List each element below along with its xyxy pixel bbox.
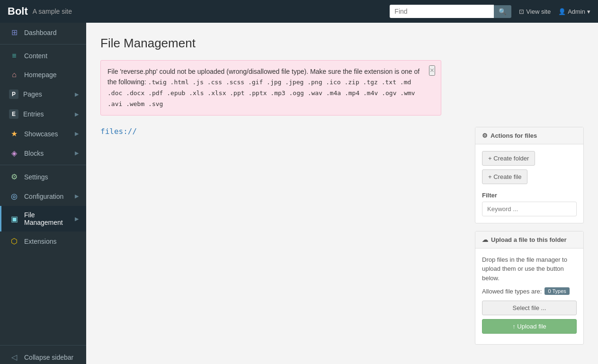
files-path: files:// <box>100 127 464 136</box>
gear-icon: ⚙ <box>482 132 488 139</box>
alert-message: × File 'reverse.php' could not be upload… <box>100 60 441 115</box>
sidebar-item-settings[interactable]: ⚙ Settings <box>0 167 86 186</box>
sidebar-item-pages[interactable]: P Pages ▶ <box>0 84 86 104</box>
search-input[interactable] <box>390 5 494 18</box>
sidebar: ⊞ Dashboard ≡ Content ⌂ Homepage P Pages… <box>0 23 86 364</box>
extensions-icon: ⬡ <box>9 237 19 246</box>
search-container: 🔍 <box>390 5 511 18</box>
sidebar-item-dashboard[interactable]: ⊞ Dashboard <box>0 23 86 42</box>
navbar-actions: ⊡ View site 👤 Admin ▾ <box>519 8 590 15</box>
select-file-button[interactable]: Select file ... <box>482 301 577 315</box>
sidebar-item-label: Dashboard <box>24 29 79 36</box>
upload-panel: ☁ Upload a file to this folder Drop file… <box>475 231 584 345</box>
showcases-icon: ★ <box>9 129 19 138</box>
sidebar-item-label: Collapse sidebar <box>24 354 79 361</box>
chevron-icon: ▶ <box>75 216 79 222</box>
sidebar-item-label: Blocks <box>24 150 75 157</box>
upload-panel-header: ☁ Upload a file to this folder <box>475 231 583 249</box>
sidebar-divider-2 <box>0 165 86 165</box>
homepage-icon: ⌂ <box>9 71 19 79</box>
upload-icon: ☁ <box>482 236 488 243</box>
chevron-icon: ▶ <box>75 111 79 117</box>
sidebar-collapse[interactable]: ◁ Collapse sidebar <box>0 347 86 364</box>
configuration-icon: ◎ <box>9 192 19 201</box>
viewsite-icon: ⊡ <box>519 8 524 15</box>
collapse-icon: ◁ <box>9 353 19 362</box>
navbar: Bolt A sample site 🔍 ⊡ View site 👤 Admin… <box>0 0 598 23</box>
pages-icon: P <box>9 89 18 99</box>
file-browser: files:// <box>100 127 464 353</box>
actions-panel: ⚙ Actions for files + Create folder + Cr… <box>475 127 584 223</box>
sidebar-item-label: Settings <box>24 173 79 181</box>
page-title: File Management <box>100 36 584 51</box>
sidebar-item-blocks[interactable]: ◈ Blocks ▶ <box>0 143 86 163</box>
chevron-icon: ▶ <box>75 150 79 156</box>
create-file-button[interactable]: + Create file <box>482 169 527 184</box>
sidebar-item-label: Pages <box>23 90 75 98</box>
sidebar-divider-3 <box>0 345 86 346</box>
admin-chevron-icon: ▾ <box>587 8 590 15</box>
filter-label: Filter <box>482 192 577 199</box>
alert-text: File 'reverse.php' could not be uploaded… <box>107 68 419 107</box>
alert-close-button[interactable]: × <box>429 65 435 76</box>
dashboard-icon: ⊞ <box>9 28 19 37</box>
sidebar-item-file-management[interactable]: ▣ File Management ▶ <box>0 206 86 231</box>
types-badge: 0 Types <box>544 287 569 295</box>
view-site-link[interactable]: ⊡ View site <box>519 8 551 15</box>
site-name: A sample site <box>33 8 72 15</box>
allowed-types: Allowed file types are: 0 Types <box>482 287 577 295</box>
sidebar-item-label: Homepage <box>24 71 79 79</box>
entries-icon: E <box>9 109 18 119</box>
sidebar-item-content[interactable]: ≡ Content <box>0 46 86 65</box>
content-row: files:// ⚙ Actions for files + Create fo… <box>100 127 584 353</box>
layout: ⊞ Dashboard ≡ Content ⌂ Homepage P Pages… <box>0 0 598 364</box>
content-icon: ≡ <box>9 52 19 60</box>
sidebar-item-homepage[interactable]: ⌂ Homepage <box>0 65 86 84</box>
upload-file-button[interactable]: ↑ Upload file <box>482 319 577 334</box>
upload-panel-body: Drop files in the file manager to upload… <box>475 249 583 345</box>
sidebar-item-extensions[interactable]: ⬡ Extensions <box>0 231 86 251</box>
create-folder-button[interactable]: + Create folder <box>482 151 535 166</box>
settings-icon: ⚙ <box>9 172 19 181</box>
chevron-icon: ▶ <box>75 91 79 98</box>
sidebar-item-showcases[interactable]: ★ Showcases ▶ <box>0 124 86 143</box>
sidebar-item-configuration[interactable]: ◎ Configuration ▶ <box>0 186 86 206</box>
admin-icon: 👤 <box>558 8 566 15</box>
sidebar-divider-1 <box>0 44 86 44</box>
sidebar-spacer <box>0 251 86 343</box>
actions-panel-body: + Create folder + Create file Filter <box>475 144 583 223</box>
search-button[interactable]: 🔍 <box>494 5 511 18</box>
sidebar-item-label: Content <box>24 52 79 60</box>
sidebar-item-label: File Management <box>24 211 75 226</box>
upload-description: Drop files in the file manager to upload… <box>482 255 577 283</box>
brand: Bolt <box>8 5 28 18</box>
right-sidebar: ⚙ Actions for files + Create folder + Cr… <box>475 127 584 353</box>
filter-input[interactable] <box>482 202 577 216</box>
sidebar-item-entries[interactable]: E Entries ▶ <box>0 104 86 124</box>
sidebar-item-label: Showcases <box>24 130 75 138</box>
actions-panel-header: ⚙ Actions for files <box>475 127 583 144</box>
filemanagement-icon: ▣ <box>9 214 19 223</box>
chevron-icon: ▶ <box>75 193 79 199</box>
sidebar-item-label: Configuration <box>24 193 75 200</box>
chevron-icon: ▶ <box>75 131 79 137</box>
sidebar-item-label: Extensions <box>24 238 79 245</box>
main-content: File Management × File 'reverse.php' cou… <box>86 23 598 364</box>
blocks-icon: ◈ <box>9 149 19 158</box>
admin-link[interactable]: 👤 Admin ▾ <box>558 8 590 15</box>
sidebar-item-label: Entries <box>23 110 75 118</box>
alert-extensions: .twig .html .js .css .scss .gif .jpg .jp… <box>107 79 415 107</box>
